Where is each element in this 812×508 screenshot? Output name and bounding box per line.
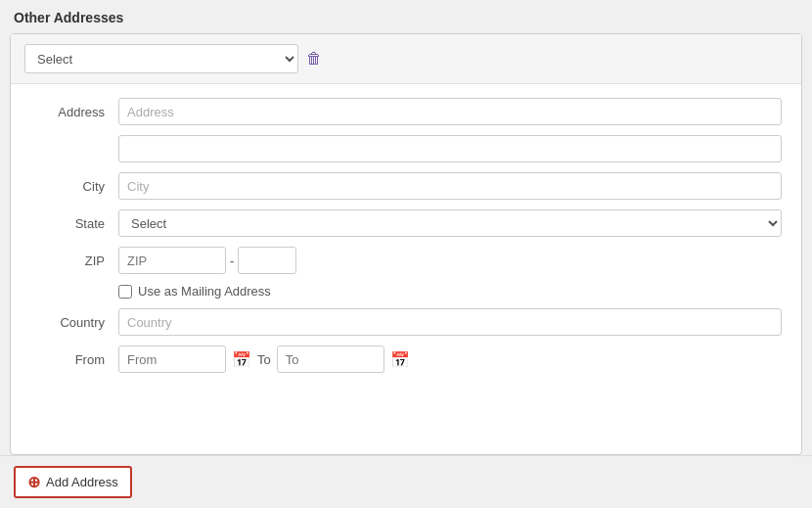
- country-row: Country: [30, 308, 782, 336]
- state-select[interactable]: Select: [118, 209, 782, 237]
- zip-label: ZIP: [30, 254, 118, 268]
- state-label: State: [30, 216, 118, 231]
- to-input[interactable]: [277, 346, 384, 373]
- form-area: Address City State Select: [11, 84, 801, 396]
- from-calendar-icon[interactable]: 📅: [232, 350, 251, 369]
- add-address-label: Add Address: [46, 475, 118, 489]
- address-input[interactable]: [118, 98, 782, 125]
- mailing-label-text: Use as Mailing Address: [138, 284, 271, 299]
- from-input[interactable]: [118, 346, 226, 373]
- from-to-group: 📅 To 📅: [118, 346, 782, 373]
- address-type-select[interactable]: Select: [24, 44, 298, 73]
- from-to-row: From 📅 To 📅: [30, 346, 782, 373]
- page-container: Other Addresses Select 🗑 Address City: [0, 0, 812, 508]
- zip-dash: -: [230, 254, 234, 268]
- address-label: Address: [30, 105, 118, 119]
- address2-row: [30, 135, 782, 162]
- address-row: Address: [30, 98, 782, 125]
- zip-row: ZIP -: [30, 247, 782, 274]
- city-label: City: [30, 179, 118, 194]
- add-address-button[interactable]: ⊕ Add Address: [14, 466, 132, 498]
- mailing-checkbox-row: Use as Mailing Address: [30, 284, 782, 299]
- city-row: City: [30, 172, 782, 200]
- mailing-checkbox[interactable]: [118, 285, 132, 299]
- country-input[interactable]: [118, 308, 782, 336]
- state-row: State Select: [30, 209, 782, 237]
- toolbar: Select 🗑: [11, 34, 801, 84]
- section-title: Other Addresses: [0, 0, 812, 33]
- address2-input[interactable]: [118, 135, 782, 162]
- zip-group: -: [118, 247, 782, 274]
- to-calendar-icon[interactable]: 📅: [390, 350, 410, 369]
- city-input[interactable]: [118, 172, 782, 200]
- zip-ext-input[interactable]: [238, 247, 296, 274]
- plus-icon: ⊕: [27, 473, 40, 491]
- country-label: Country: [30, 315, 118, 330]
- from-label: From: [30, 352, 118, 367]
- mailing-label[interactable]: Use as Mailing Address: [118, 284, 271, 299]
- bottom-bar: ⊕ Add Address: [0, 455, 812, 508]
- zip-input[interactable]: [118, 247, 226, 274]
- to-label: To: [257, 352, 271, 367]
- main-card: Select 🗑 Address City State: [10, 33, 802, 455]
- delete-icon[interactable]: 🗑: [306, 50, 322, 68]
